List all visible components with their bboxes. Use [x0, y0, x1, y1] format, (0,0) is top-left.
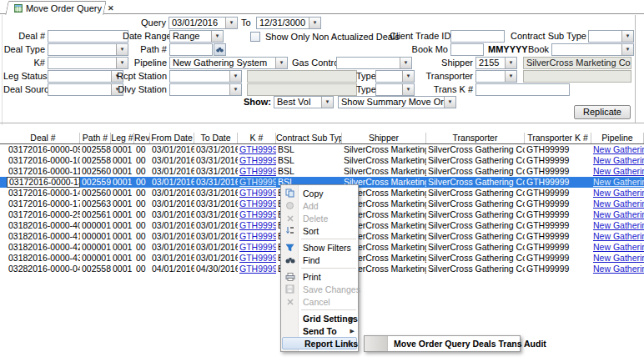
column-header-to[interactable]: To Date: [194, 133, 238, 143]
cell-deal: 03172016-0000-13: [7, 177, 80, 188]
cell-deal: 03172016-0000-09: [7, 144, 80, 155]
client-trade-id-input[interactable]: [450, 30, 505, 43]
column-header-transk[interactable]: Transporter K #: [525, 133, 591, 143]
menu-item-save-changes: Save Changes: [281, 283, 358, 295]
menu-item-label: Delete: [299, 214, 328, 224]
shipper-dropdown[interactable]: 2155▼: [475, 57, 517, 69]
book-dropdown[interactable]: ▼: [551, 43, 634, 56]
menu-item-find[interactable]: Find: [281, 254, 358, 266]
cell-pipeline-link[interactable]: New Gathering System: [591, 177, 644, 188]
column-header-transporter[interactable]: Transporter: [426, 133, 525, 143]
tab-move-order-query[interactable]: Move Order Query ✕: [5, 1, 107, 15]
tab-bar: Move Order Query ✕: [0, 0, 644, 14]
cell-pipeline-link[interactable]: New Gathering System: [591, 264, 644, 274]
chevron-down-icon: ▼: [444, 97, 455, 108]
cell-path: 002563: [80, 199, 111, 209]
cell-pipeline-link[interactable]: New Gathering System: [591, 220, 644, 231]
menu-item-grid-settings[interactable]: Grid Settings▶: [281, 312, 358, 324]
grid-row[interactable]: 03172016-0000-1000255800010003/01/201603…: [0, 155, 644, 166]
cell-k-link[interactable]: GTH99999: [238, 209, 276, 220]
cell-pipeline-link[interactable]: New Gathering System: [591, 209, 644, 220]
menu-item-sort[interactable]: Sort: [281, 224, 358, 237]
deal-number-input[interactable]: [48, 30, 128, 43]
show-only-non-actualized-checkbox[interactable]: [250, 32, 260, 42]
column-header-deal[interactable]: Deal #: [7, 133, 80, 143]
replicate-button[interactable]: Replicate: [574, 105, 631, 119]
cell-pipeline-link[interactable]: New Gathering System: [591, 188, 644, 199]
client-trade-id-label: Client Trade ID: [390, 30, 448, 43]
column-header-cst[interactable]: Contract Sub Type: [276, 133, 342, 143]
cell-pipeline-link[interactable]: New Gathering System: [591, 199, 644, 209]
grid-row[interactable]: 03172016-0000-1100256000010003/01/201603…: [0, 166, 644, 177]
cell-k-link[interactable]: GTH99999: [238, 253, 276, 264]
cell-pipeline-link[interactable]: New Gathering System: [591, 253, 644, 264]
dlvy-type-dropdown[interactable]: ▼: [375, 83, 415, 96]
query-to-date-dropdown[interactable]: 12/31/3000▼: [256, 17, 321, 29]
query-from-date-dropdown[interactable]: 03/01/2016▼: [169, 17, 238, 29]
chevron-down-icon: ▼: [321, 97, 333, 108]
cell-k-link[interactable]: GTH99999: [238, 264, 276, 274]
grid-row[interactable]: 03172016-0000-0900255800010003/01/201603…: [0, 144, 644, 155]
cell-deal: 03182016-0000-41: [7, 231, 80, 242]
contract-sub-type-dropdown[interactable]: ▼: [588, 30, 634, 43]
column-header-pipeline[interactable]: Pipeline: [591, 133, 644, 143]
delete-icon: [281, 214, 299, 223]
menu-item-print[interactable]: Print: [281, 270, 358, 283]
column-header-leg[interactable]: Leg #: [111, 133, 134, 143]
cell-pipeline-link[interactable]: New Gathering System: [591, 231, 644, 242]
cell-path: 000001: [80, 220, 111, 231]
deal-type-dropdown[interactable]: ▼: [48, 43, 128, 56]
rcpt-station-dropdown[interactable]: ▼: [169, 70, 242, 83]
cell-k-link[interactable]: GTH99999: [238, 220, 276, 231]
column-header-path[interactable]: Path #: [80, 133, 111, 143]
trans-k-number-input[interactable]: [475, 83, 570, 96]
dlvy-station-dropdown[interactable]: ▼: [169, 83, 242, 96]
shipper-name-field: SilverCross Marketing Co: [523, 57, 631, 69]
menu-item-copy[interactable]: Copy: [281, 187, 358, 199]
deal-source-dropdown[interactable]: ▼: [48, 83, 123, 96]
rcpt-type-dropdown[interactable]: ▼: [375, 70, 415, 83]
column-header-k[interactable]: K #: [238, 133, 276, 143]
menu-item-show-filters[interactable]: Show Filters: [281, 241, 358, 254]
path-number-input[interactable]: [169, 43, 213, 56]
cell-k-link[interactable]: GTH99999: [238, 188, 276, 199]
menu-item-report-links[interactable]: Report Links▶: [282, 337, 357, 349]
column-header-rev[interactable]: Rev: [134, 133, 150, 143]
show-summary-dropdown[interactable]: Show Summary Move Orders▼: [338, 96, 456, 108]
cell-k-link[interactable]: GTH99999: [238, 242, 276, 253]
column-header-shipper[interactable]: Shipper: [342, 133, 426, 143]
cell-k-link[interactable]: GTH99999: [238, 199, 276, 209]
to-label: To: [241, 17, 253, 29]
path-browse-button[interactable]: [214, 43, 226, 56]
cell-k-link[interactable]: GTH99999: [238, 177, 276, 188]
pipeline-dropdown[interactable]: New Gathering System▼: [169, 57, 288, 69]
show-mode-dropdown[interactable]: Best Vol▼: [274, 96, 334, 108]
submenu-item-move-order-query-deals-trans-audit[interactable]: Move Order Query Deals Trans Audit: [388, 339, 546, 349]
print-icon: [281, 273, 299, 281]
menu-item-send-to[interactable]: Send To▶: [281, 324, 358, 337]
cell-k-link[interactable]: GTH99999: [238, 231, 276, 242]
cell-leg: 0001: [111, 231, 134, 242]
book-mo-input[interactable]: [450, 43, 484, 56]
tab-close-icon[interactable]: ✕: [108, 4, 114, 13]
cell-pipeline-link[interactable]: New Gathering System: [591, 166, 644, 177]
cell-pipeline-link[interactable]: New Gathering System: [591, 155, 644, 166]
cell-k-link[interactable]: GTH99999: [238, 155, 276, 166]
find-icon: [281, 257, 299, 264]
date-range-dropdown[interactable]: Range▼: [169, 30, 224, 43]
cell-pipeline-link[interactable]: New Gathering System: [591, 144, 644, 155]
cell-k-link[interactable]: GTH99999: [238, 144, 276, 155]
cell-pipeline-link[interactable]: New Gathering System: [591, 242, 644, 253]
chevron-down-icon: ▼: [621, 31, 633, 42]
transporter-dropdown[interactable]: ▼: [475, 70, 517, 83]
k-number-dropdown[interactable]: ▼: [48, 57, 128, 69]
gas-control-dropdown[interactable]: ▼: [336, 57, 412, 69]
cell-transporter: SilverCross Gathering Co: [426, 166, 525, 177]
cell-deal: 03172016-0000-17: [7, 199, 80, 209]
cell-leg: 0001: [111, 209, 134, 220]
leg-status-dropdown[interactable]: ▼: [48, 70, 123, 83]
column-header-from[interactable]: From Date: [150, 133, 194, 143]
cell-k-link[interactable]: GTH99999: [238, 166, 276, 177]
cell-deal: 03182016-0000-43: [7, 253, 80, 264]
cell-to: 03/31/2016: [194, 188, 238, 199]
